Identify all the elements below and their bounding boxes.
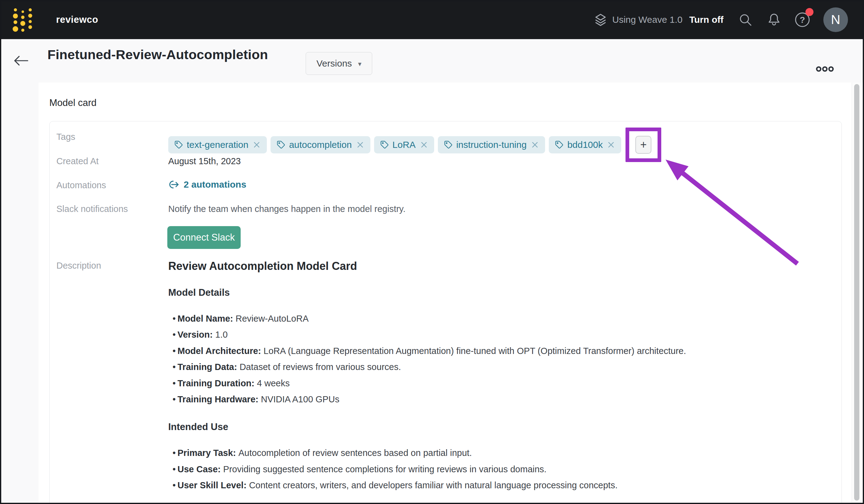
automation-icon [168, 180, 179, 189]
app-window: reviewco Using Weave 1.0 Turn off [0, 0, 864, 504]
description-bullet-list: •Model Name: Review-AutoLoRA•Version: 1.… [168, 311, 821, 407]
automations-count: 2 automations [184, 179, 246, 190]
automations-label: Automations [56, 180, 106, 190]
description-text: Providing suggested sentence completions… [223, 464, 546, 474]
tag-icon [380, 141, 389, 149]
description-label: Description [56, 261, 101, 271]
model-card-panel: Tags text-generationautocompletionLoRAin… [49, 121, 842, 504]
description-term: Model Architecture: [178, 346, 263, 356]
help-icon[interactable]: ? [794, 12, 811, 28]
user-avatar[interactable]: N [823, 8, 848, 32]
layers-icon [595, 13, 607, 26]
bullet-icon: • [168, 375, 178, 391]
tag-pill: instruction-tuning [438, 136, 545, 153]
automations-link[interactable]: 2 automations [168, 179, 246, 190]
description-bullet-item: •Training Duration: 4 weeks [168, 375, 821, 391]
tag-text: text-generation [187, 140, 248, 150]
created-at-label: Created At [56, 156, 99, 166]
annotation-highlight-box: + [625, 128, 661, 162]
description-text: Content creators, writers, and developer… [249, 480, 617, 490]
svg-text:?: ? [800, 15, 805, 25]
versions-label: Versions [316, 58, 352, 69]
description-bullet-item: •Model Name: Review-AutoLoRA [168, 311, 821, 326]
tags-row: text-generationautocompletionLoRAinstruc… [168, 128, 661, 162]
page-header: Finetuned-Review-Autocompletion Versions… [0, 39, 864, 83]
bullet-icon: • [168, 326, 178, 343]
remove-tag-icon[interactable] [420, 141, 428, 149]
weave-status-label: Using Weave 1.0 [612, 14, 683, 25]
description-bullet-item: •Primary Task: Autocompletion of review … [168, 445, 821, 461]
description-term: Model Name: [178, 314, 236, 323]
description-text: 1.0 [215, 329, 228, 339]
description-text: NVIDIA A100 GPUs [261, 394, 339, 404]
description-bullet-item: •User Skill Level: Content creators, wri… [168, 477, 821, 493]
back-arrow-button[interactable] [13, 55, 29, 66]
description-bullet-item: •Training Data: Dataset of reviews from … [168, 359, 821, 375]
bullet-icon: • [168, 391, 178, 407]
description-term: Training Data: [178, 362, 239, 372]
tag-icon [444, 141, 453, 149]
add-tag-button[interactable]: + [635, 136, 651, 154]
notification-badge [805, 8, 814, 16]
remove-tag-icon[interactable] [607, 141, 615, 149]
tag-text: instruction-tuning [456, 140, 527, 150]
tag-text: LoRA [393, 140, 416, 150]
description-text: Dataset of reviews from various sources. [239, 362, 401, 372]
description-text: Autocompletion of review sentences based… [239, 448, 472, 458]
slack-notifications-label: Slack notifications [56, 204, 128, 214]
description-title: Review Autocompletion Model Card [168, 260, 821, 273]
remove-tag-icon[interactable] [531, 141, 539, 149]
tag-icon [175, 141, 183, 149]
created-at-value: August 15th, 2023 [168, 156, 241, 166]
notifications-bell-icon[interactable] [767, 12, 781, 27]
description-term: Training Duration: [178, 378, 257, 388]
scrollbar-thumb[interactable] [854, 84, 860, 501]
description-bullet-item: •Use Case: Providing suggested sentence … [168, 461, 821, 477]
turn-off-weave-button[interactable]: Turn off [689, 14, 723, 25]
connect-slack-button[interactable]: Connect Slack [167, 226, 241, 249]
top-navbar: reviewco Using Weave 1.0 Turn off [0, 0, 864, 39]
tag-pill: bdd100k [549, 136, 621, 153]
description-text: LoRA (Language Representation Augmentati… [263, 346, 686, 356]
search-icon[interactable] [738, 13, 753, 27]
description-section-heading: Intended Use [168, 421, 821, 433]
description-bullet-item: •Model Architecture: LoRA (Language Repr… [168, 343, 821, 359]
tag-pill: text-generation [168, 136, 267, 153]
versions-dropdown-button[interactable]: Versions ▾ [306, 52, 372, 75]
bullet-icon: • [168, 461, 178, 477]
description-section-heading: Model Details [168, 287, 821, 299]
navbar-actions: Using Weave 1.0 Turn off ? N [595, 0, 848, 39]
tag-text: autocompletion [289, 140, 351, 150]
section-title: Model card [49, 97, 96, 108]
bullet-icon: • [168, 343, 178, 359]
description-text: Review-AutoLoRA [236, 314, 309, 323]
description-text: 4 weeks [257, 378, 290, 388]
remove-tag-icon[interactable] [356, 141, 364, 149]
description-bullet-item: •Version: 1.0 [168, 326, 821, 343]
slack-description: Notify the team when changes happen in t… [168, 204, 406, 214]
tag-icon [555, 141, 564, 149]
description-term: Training Hardware: [178, 394, 261, 404]
bullet-icon: • [168, 445, 178, 461]
chevron-down-icon: ▾ [358, 60, 361, 68]
description-bullet-item: •Training Hardware: NVIDIA A100 GPUs [168, 391, 821, 407]
annotation-arrow [662, 156, 804, 271]
description-term: Use Case: [178, 464, 223, 474]
description-content: Review Autocompletion Model Card Model D… [168, 260, 821, 493]
wandb-dots-logo-icon[interactable] [12, 7, 33, 33]
left-gutter [0, 83, 38, 504]
tag-pill: autocompletion [271, 136, 370, 153]
tag-text: bdd100k [567, 140, 603, 150]
scrollbar-track [852, 83, 861, 503]
overflow-menu-button[interactable] [815, 65, 835, 72]
description-bullet-list: •Primary Task: Autocompletion of review … [168, 445, 821, 493]
bullet-icon: • [168, 311, 178, 326]
tags-label: Tags [56, 132, 75, 142]
description-term: Primary Task: [178, 448, 239, 458]
remove-tag-icon[interactable] [253, 141, 261, 149]
tag-pill: LoRA [374, 136, 434, 153]
description-term: User Skill Level: [178, 480, 249, 490]
bullet-icon: • [168, 477, 178, 493]
tag-icon [277, 141, 285, 149]
workspace-name: reviewco [56, 0, 98, 39]
